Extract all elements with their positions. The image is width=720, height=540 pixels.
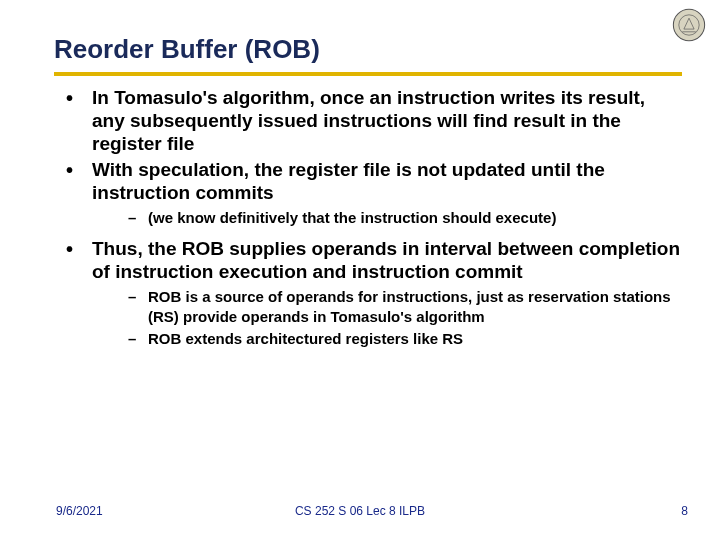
bullet-item: With speculation, the register file is n… (60, 158, 682, 228)
slide-title: Reorder Buffer (ROB) (54, 34, 320, 65)
slide-body: In Tomasulo's algorithm, once an instruc… (60, 86, 682, 358)
slide-footer: 9/6/2021 CS 252 S 06 Lec 8 ILPB 8 (0, 504, 720, 522)
bullet-text: Thus, the ROB supplies operands in inter… (92, 238, 680, 282)
title-underline (54, 72, 682, 76)
footer-center: CS 252 S 06 Lec 8 ILPB (0, 504, 720, 518)
bullet-item: In Tomasulo's algorithm, once an instruc… (60, 86, 682, 156)
sub-bullet-item: (we know definitively that the instructi… (92, 208, 682, 227)
sub-bullet-item: ROB is a source of operands for instruct… (92, 287, 682, 325)
seal-icon (672, 8, 706, 42)
slide: Reorder Buffer (ROB) In Tomasulo's algor… (0, 0, 720, 540)
sub-bullet-text: ROB extends architectured registers like… (148, 330, 463, 347)
bullet-text: In Tomasulo's algorithm, once an instruc… (92, 87, 645, 154)
sub-bullet-item: ROB extends architectured registers like… (92, 329, 682, 348)
sub-bullet-text: (we know definitively that the instructi… (148, 209, 556, 226)
bullet-item: Thus, the ROB supplies operands in inter… (60, 237, 682, 348)
bullet-text: With speculation, the register file is n… (92, 159, 605, 203)
sub-bullet-text: ROB is a source of operands for instruct… (148, 288, 671, 324)
svg-point-0 (673, 9, 704, 40)
footer-page-number: 8 (681, 504, 688, 518)
